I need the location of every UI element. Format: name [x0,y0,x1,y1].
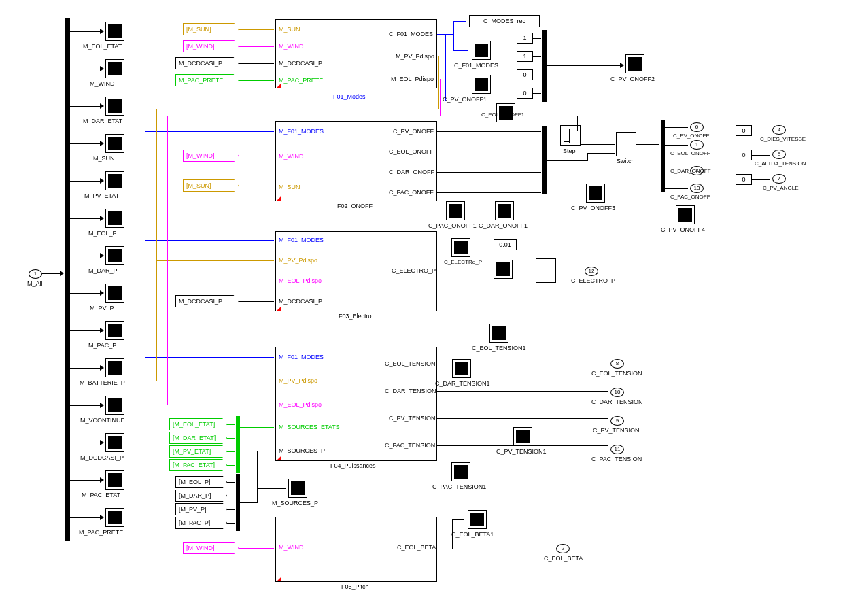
scope-daronoff1-label: C_DAR_ONOFF1 [479,222,528,229]
outport-pac-onoff[interactable]: 13 [690,184,704,193]
scope[interactable] [105,209,124,228]
mux-consts[interactable] [542,30,547,102]
from-p-0[interactable]: [M_EOL_P] [175,476,227,488]
f05-name: F05_Pitch [341,583,369,590]
step-block[interactable] [560,125,581,146]
from-p-3[interactable]: [M_PAC_P] [175,517,227,529]
scope-electro2[interactable] [494,260,513,279]
outport-eolten[interactable]: 8 [610,359,624,369]
f04-in-3: M_SOURCES_ETATS [279,424,340,430]
scope[interactable] [105,97,124,116]
f03-in-1: M_PV_Pdispo [279,257,317,264]
wire [533,56,541,57]
from-tag-mpacprete[interactable]: M_PAC_PRETE [175,74,239,86]
from-etat-3[interactable]: [M_PAC_ETAT] [169,459,227,471]
scope[interactable] [105,396,124,415]
const-electro[interactable]: 0.01 [494,239,517,250]
scope-eolten[interactable] [489,324,508,343]
scope-pvonoff4[interactable] [676,205,695,224]
scope[interactable] [105,433,124,452]
scope-pvonoff2[interactable] [625,54,644,73]
wire [167,405,274,405]
f02-out-0: C_PV_ONOFF [393,128,434,135]
outport-pvangle[interactable]: 7 [772,174,786,184]
outport-dies[interactable]: 4 [772,125,786,135]
outport-pacten[interactable]: 11 [610,445,624,454]
scope[interactable] [105,59,124,78]
scope[interactable] [105,358,124,377]
scope-pacten[interactable] [451,462,470,481]
scope[interactable] [105,470,124,490]
outport-pvten-label: C_PV_TENSION [593,427,640,434]
scope-cf01modes[interactable] [472,41,491,60]
switch-electro[interactable] [536,258,556,283]
scope-pvten[interactable] [513,427,532,446]
from-tag-dcdcasi3[interactable]: M_DCDCASI_P [175,295,239,307]
switch-block[interactable] [616,132,636,156]
outport-darten[interactable]: 10 [610,388,624,397]
arrow [100,515,104,520]
scope-msourcesp[interactable] [288,479,307,498]
from-tag-mdcdcasi[interactable]: M_DCDCASI_P [175,57,239,69]
scope[interactable] [105,508,124,527]
scope[interactable] [105,134,124,153]
from-tag-wind5[interactable]: [M_WIND] [183,542,239,554]
f04-in-0: M_F01_MODES [279,354,324,360]
outport-beta[interactable]: 2 [556,544,570,553]
scope-beta[interactable] [468,510,487,529]
to-workspace-cmodesrec[interactable]: C_MODES_rec [469,15,540,27]
outport-altda[interactable]: 5 [772,150,786,159]
wire [452,519,464,520]
scope-pvonoff3[interactable] [586,184,605,203]
mux-etats[interactable] [236,416,240,473]
scope-paconoff1[interactable] [446,201,465,220]
outport-pv-onoff[interactable]: 6 [690,122,704,132]
from-etat-1[interactable]: [M_DAR_ETAT] [169,432,227,444]
wire [547,65,621,66]
from-p-2[interactable]: [M_PV_P] [175,503,227,515]
outport-pvten[interactable]: 9 [610,416,624,426]
outport-eol-onoff[interactable]: 1 [690,140,704,150]
from-etat-2[interactable]: [M_PV_ETAT] [169,445,227,458]
demux-right[interactable] [661,120,665,192]
f01-out-0: C_F01_MODES [389,31,433,37]
scope-daronoff1[interactable] [495,201,514,220]
wire [437,364,608,364]
const-1a[interactable]: 1 [517,33,533,44]
scope[interactable] [105,22,124,41]
from-tag-mwind[interactable]: [M_WIND] [183,40,239,52]
inport-m-all[interactable]: 1 [29,269,42,279]
const-0b[interactable]: 0 [517,88,533,99]
outport-electro[interactable]: 12 [585,267,598,276]
const-0-pvangle[interactable]: 0 [736,174,752,185]
scope[interactable] [105,284,124,303]
const-0-dies[interactable]: 0 [736,125,752,136]
scope-darten[interactable] [452,359,471,378]
scope[interactable] [105,321,124,340]
scope[interactable] [105,246,124,265]
wire [70,443,101,443]
step-label: Step [563,148,576,154]
from-tag-msun[interactable]: [M_SUN] [183,23,239,35]
from-p-1[interactable]: [M_DAR_P] [175,490,227,502]
demux-bar[interactable] [65,18,70,541]
scope-pvonoff1[interactable] [472,75,491,94]
wire [156,109,157,260]
f02-in-2: M_SUN [279,184,300,190]
f01-out-1: M_PV_Pdispo [396,53,434,60]
from-etat-0[interactable]: [M_EOL_ETAT] [169,418,227,430]
arrow [60,271,64,276]
arrow [100,328,104,333]
scope-electro[interactable] [451,238,470,257]
from-tag-wind2[interactable]: [M_WIND] [183,150,239,162]
arrow [100,103,104,109]
wire [70,69,101,69]
from-tag-sun2[interactable]: [M_SUN] [183,179,239,192]
const-1b[interactable]: 1 [517,51,533,62]
scope[interactable] [105,171,124,190]
const-0-altda[interactable]: 0 [736,150,752,160]
f05-out-0: C_EOL_BETA [397,544,436,551]
const-0a[interactable]: 0 [517,69,533,80]
wire [438,56,439,109]
wire [70,368,101,369]
